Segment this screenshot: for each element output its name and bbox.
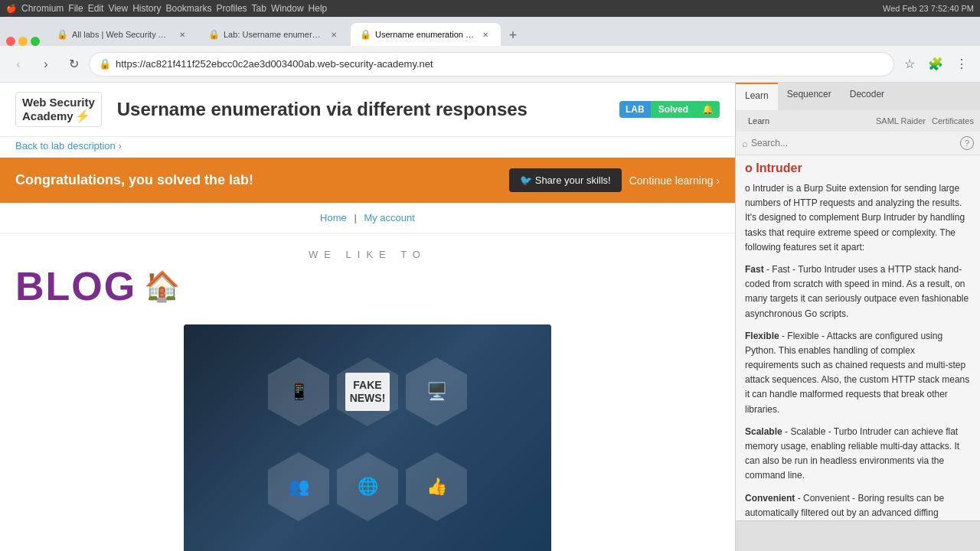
bookmark-button[interactable]: ☆ [897, 52, 922, 77]
browser-tab-2[interactable]: 🔒 Lab: Username enumeration v... ✕ [199, 23, 349, 46]
blog-image: 📱 FAKENEWS! 🖥️ 👥 🌐 👍 [184, 324, 551, 551]
tab-sequencer[interactable]: Sequencer [778, 83, 841, 110]
window-minimize-btn[interactable] [18, 37, 28, 46]
hex-icon-thumbsup: 👍 [406, 452, 467, 521]
browser-toolbar: ‹ › ↻ 🔒 https://ac821f411f252ebcc0c2ae3d… [0, 46, 980, 83]
sub-tab-learn[interactable]: Learn [742, 115, 776, 127]
edit-menu[interactable]: Edit [88, 3, 104, 14]
chromium-menu[interactable]: Chromium [21, 3, 64, 14]
help-icon[interactable]: ? [960, 136, 974, 150]
certificates-tab[interactable]: Certificates [932, 116, 974, 126]
intro-paragraph: o Intruder is a Burp Suite extension for… [745, 181, 971, 255]
forward-button[interactable]: › [34, 52, 58, 77]
tab-1-label: All labs | Web Security Acade... [72, 30, 172, 39]
window-menu[interactable]: Window [271, 3, 304, 14]
right-panel: Learn Sequencer Decoder Learn SAML Raide… [735, 83, 980, 551]
home-link[interactable]: Home [320, 212, 347, 223]
continue-learning-link[interactable]: Continue learning › [629, 174, 720, 187]
profiles-menu[interactable]: Profiles [217, 3, 247, 14]
right-panel-section-title: o Intruder [736, 155, 980, 181]
lock-icon: 🔒 [99, 58, 111, 70]
tab-3-label: Username enumeration via dir... [375, 30, 475, 39]
mac-os-bar: 🍎 Chromium File Edit View History Bookma… [0, 0, 980, 17]
main-area: Web Security Academy ⚡ Username enumerat… [0, 83, 980, 551]
banner-actions: 🐦 Share your skills! Continue learning › [509, 168, 720, 192]
blog-icon: 🏠 [144, 269, 181, 303]
hex-icon-phone: 📱 [268, 357, 329, 426]
tab-menu[interactable]: Tab [252, 3, 266, 14]
bell-icon: 🔔 [696, 101, 720, 118]
flexible-title: Flexible [745, 331, 779, 341]
search-input[interactable] [751, 138, 957, 148]
blog-subtitle: WE LIKE TO [15, 249, 720, 260]
tab-decoder[interactable]: Decoder [841, 83, 893, 110]
address-bar[interactable]: 🔒 https://ac821f411f252ebcc0c2ae3d003400… [89, 52, 894, 77]
convenient-paragraph: Convenient - Convenient - Boring results… [745, 491, 971, 520]
blog-title: BLOG 🏠 [15, 263, 720, 309]
right-panel-sub-header: Learn SAML Raider Certificates [736, 110, 980, 132]
new-tab-button[interactable]: + [502, 24, 524, 46]
scalable-paragraph: Scalable - Scalable - Turbo Intruder can… [745, 425, 971, 484]
right-panel-header: Learn Sequencer Decoder [736, 83, 980, 110]
fake-news-text: FAKENEWS! [345, 373, 390, 411]
browser-viewport: Web Security Academy ⚡ Username enumerat… [0, 83, 735, 551]
right-panel-footer [736, 520, 980, 551]
hex-icon-globe: 🌐 [337, 452, 398, 521]
solved-tag: Solved [651, 101, 696, 118]
help-menu[interactable]: Help [309, 3, 328, 14]
address-text: https://ac821f411f252ebcc0c2ae3d003400ab… [116, 58, 884, 70]
blog-area: WE LIKE TO BLOG 🏠 📱 [0, 233, 735, 551]
lab-nav: Home | My account [0, 203, 735, 233]
share-skills-button[interactable]: 🐦 Share your skills! [509, 168, 622, 192]
convenient-title: Convenient [745, 493, 795, 504]
tab-2-favicon: 🔒 [208, 29, 219, 40]
flexible-paragraph: Flexible - Flexible - Attacks are config… [745, 329, 971, 417]
fake-news-box-wrapper: FAKENEWS! [337, 357, 398, 426]
view-menu[interactable]: View [108, 3, 128, 14]
extensions-button[interactable]: 🧩 [923, 52, 948, 77]
congrats-text: Congratulations, you solved the lab! [15, 172, 253, 188]
saml-raider-tab[interactable]: SAML Raider [876, 116, 926, 126]
tab-3-close[interactable]: ✕ [479, 28, 492, 41]
browser-tab-1[interactable]: 🔒 All labs | Web Security Acade... ✕ [47, 23, 198, 46]
back-to-lab-link[interactable]: Back to lab description › [15, 140, 720, 152]
bookmarks-menu[interactable]: Bookmarks [166, 3, 212, 14]
fast-paragraph: Fast - Fast - Turbo Intruder uses a HTTP… [745, 262, 971, 321]
page-title: Username enumeration via different respo… [117, 99, 619, 120]
reload-button[interactable]: ↻ [61, 52, 86, 77]
scalable-title: Scalable [745, 426, 782, 437]
congrats-banner: Congratulations, you solved the lab! 🐦 S… [0, 158, 735, 203]
mac-bar-left: 🍎 Chromium File Edit View History Bookma… [6, 3, 327, 14]
window-maximize-btn[interactable] [31, 37, 40, 46]
tab-learn[interactable]: Learn [736, 83, 778, 110]
apple-icon: 🍎 [6, 4, 17, 14]
search-icon: ⌕ [742, 138, 748, 149]
toolbar-icons: ☆ 🧩 ⋮ [897, 52, 974, 77]
mac-time: Wed Feb 23 7:52:40 PM [883, 4, 974, 13]
tab-3-favicon: 🔒 [360, 29, 371, 40]
tab-2-close[interactable]: ✕ [328, 28, 340, 41]
my-account-link[interactable]: My account [364, 212, 414, 223]
tab-2-label: Lab: Username enumeration v... [224, 30, 323, 39]
window-close-btn[interactable] [6, 37, 15, 46]
menu-button[interactable]: ⋮ [949, 52, 974, 77]
right-panel-search: ⌕ ? [736, 132, 980, 155]
blog-title-area: WE LIKE TO BLOG 🏠 [15, 249, 720, 309]
mac-bar-right: Wed Feb 23 7:52:40 PM [883, 4, 974, 13]
tab-1-close[interactable]: ✕ [176, 28, 188, 41]
wsa-logo: Web Security Academy ⚡ [15, 92, 102, 127]
hex-icon-monitor: 🖥️ [406, 357, 467, 426]
tab-bar: 🔒 All labs | Web Security Acade... ✕ 🔒 L… [0, 17, 980, 46]
lab-badge: LAB Solved 🔔 [619, 101, 720, 118]
wsa-logo-line2: Academy ⚡ [22, 109, 90, 123]
tab-1-favicon: 🔒 [57, 29, 67, 40]
browser-tab-3[interactable]: 🔒 Username enumeration via dir... ✕ [351, 23, 501, 46]
wsa-header: Web Security Academy ⚡ Username enumerat… [0, 83, 735, 137]
wsa-logo-line1: Web Security [22, 96, 95, 109]
hex-icon-people: 👥 [268, 452, 329, 521]
back-button[interactable]: ‹ [6, 52, 31, 77]
fast-title: Fast [745, 264, 764, 275]
file-menu[interactable]: File [68, 3, 83, 14]
right-panel-body: o Intruder is a Burp Suite extension for… [736, 181, 980, 520]
history-menu[interactable]: History [132, 3, 161, 14]
